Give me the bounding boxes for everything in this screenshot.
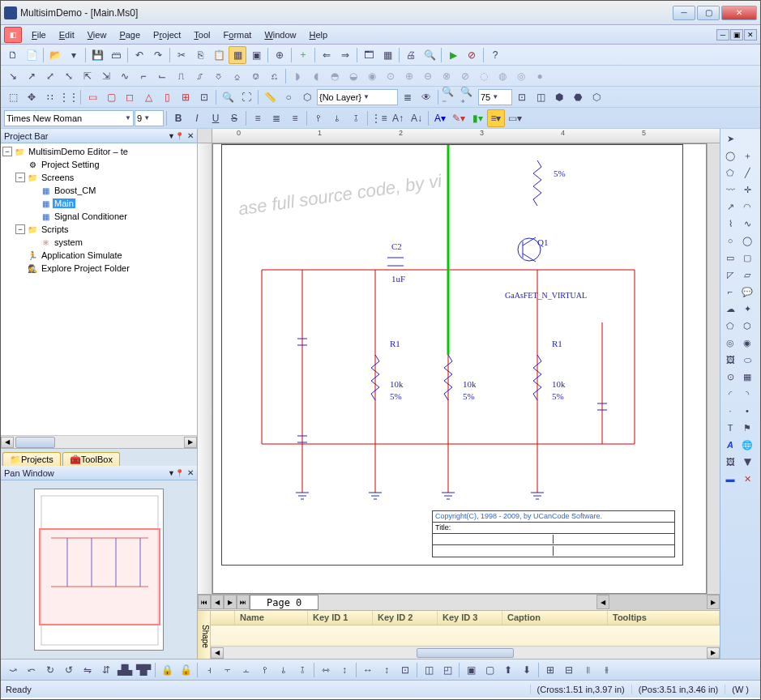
roundrect-tool[interactable]: ▢	[739, 250, 755, 266]
bt-2[interactable]: ⤺	[23, 661, 41, 679]
graphic-tool[interactable]: 🖼	[722, 454, 738, 470]
zoom-region-button[interactable]: 🔍	[219, 88, 237, 106]
zoom-sel-button[interactable]: ◫	[532, 88, 549, 106]
bt-spacing-2[interactable]: ⫵	[597, 661, 615, 679]
menu-tool[interactable]: Tool	[187, 28, 216, 41]
donut-tool[interactable]: ⊙	[722, 369, 738, 385]
menu-project[interactable]: Project	[147, 28, 187, 41]
bt-mirror-v[interactable]: ▜▛	[135, 661, 152, 679]
connector-13[interactable]: ⎐	[228, 67, 246, 85]
cut-button[interactable]: ✂	[173, 46, 190, 64]
mdi-close-button[interactable]: ✕	[744, 29, 757, 41]
prop-col-tooltips[interactable]: Tooltips	[608, 611, 720, 625]
save-all-button[interactable]: 🗃	[107, 46, 125, 64]
arc3-tool[interactable]: ◝	[739, 386, 755, 402]
pentagon-tool[interactable]: ⬠	[722, 318, 738, 334]
connector-11[interactable]: ⎎	[190, 67, 208, 85]
prop-col-caption[interactable]: Caption	[502, 611, 608, 625]
layers-button[interactable]: ≣	[399, 88, 417, 106]
new-page-button[interactable]: 📄	[23, 46, 41, 64]
line-tool[interactable]: ╱	[739, 164, 755, 181]
menu-view[interactable]: View	[81, 28, 113, 41]
bt-dist-v[interactable]: ↕	[336, 661, 353, 679]
scroll-thumb[interactable]	[15, 437, 55, 448]
pan-preview[interactable]	[34, 489, 164, 651]
zoom-obj2-button[interactable]: ⬣	[569, 88, 587, 106]
connector-6[interactable]: ⇲	[97, 67, 115, 85]
curve-12[interactable]: ◍	[494, 67, 511, 85]
menu-page[interactable]: Page	[113, 28, 147, 41]
panel-close-icon[interactable]: ✕	[187, 468, 194, 477]
run-button[interactable]: ▶	[444, 46, 462, 64]
tree-expander[interactable]: −	[15, 173, 25, 182]
curve-10[interactable]: ⊘	[456, 67, 474, 85]
tree-horizontal-scrollbar[interactable]: ◀ ▶	[1, 435, 197, 448]
zoom-out-button[interactable]: 🔍⁻	[441, 88, 459, 106]
bracket-tool[interactable]: ⌐	[722, 284, 738, 300]
flag-tool[interactable]: ⚑	[739, 420, 755, 436]
frame-button[interactable]: ⊞	[177, 88, 195, 106]
polygon-tool[interactable]: ⬠	[722, 164, 738, 181]
paste-button[interactable]: 📋	[210, 46, 228, 64]
tab-projects[interactable]: 📁Projects	[2, 452, 61, 466]
eye-button[interactable]: 👁	[417, 88, 435, 106]
chevron-down-icon[interactable]: ⯆	[739, 454, 755, 470]
connector-2[interactable]: ↗	[23, 67, 41, 85]
ruler-horizontal[interactable]: 0 1 2 3 4 5	[212, 129, 720, 143]
diagonal-tool[interactable]: ◸	[722, 267, 738, 283]
bt-flip-h[interactable]: ⇋	[79, 661, 96, 679]
connector-8[interactable]: ⌐	[135, 67, 152, 85]
align-middle-button[interactable]: ⫰	[328, 109, 346, 127]
menu-edit[interactable]: Edit	[53, 28, 81, 41]
connector-12[interactable]: ⎏	[209, 67, 227, 85]
bt-bring-forward[interactable]: ⬆	[499, 661, 517, 679]
align-left-button[interactable]: ≡	[249, 109, 267, 127]
print-preview-button[interactable]: 🔍	[421, 46, 438, 64]
page-next-button[interactable]: ▶	[224, 595, 237, 609]
curve-2[interactable]: ◖	[307, 67, 325, 85]
plus-tool[interactable]: ＋	[739, 147, 755, 164]
undo-button[interactable]: ↶	[130, 46, 148, 64]
nav-back-button[interactable]: ⇐	[318, 46, 336, 64]
zoom-fit-button[interactable]: ⊡	[513, 88, 531, 106]
image-tool[interactable]: 🖼	[722, 352, 738, 368]
prop-col-keyid2[interactable]: Key ID 2	[373, 611, 438, 625]
print-button[interactable]: 🖨	[402, 46, 420, 64]
insert-button[interactable]: ⊕	[271, 46, 289, 64]
bt-bring-front[interactable]: ▣	[462, 661, 480, 679]
pan-window-body[interactable]	[1, 480, 197, 659]
ellipse-tool[interactable]: ○	[722, 233, 738, 249]
tree-expander[interactable]: −	[2, 147, 12, 156]
select-mode-button[interactable]: ⬚	[4, 88, 22, 106]
open-drop-button[interactable]: ▾	[65, 46, 83, 64]
pin-icon[interactable]: ▼📍	[168, 469, 184, 477]
align-top-button[interactable]: ⫯	[310, 109, 327, 127]
hscroll-left-button[interactable]: ◀	[596, 595, 609, 609]
rect-button[interactable]: ▭	[83, 88, 101, 106]
bt-same-height[interactable]: ↕	[378, 661, 395, 679]
curve-1[interactable]: ◗	[289, 67, 306, 85]
curve-8[interactable]: ⊖	[419, 67, 437, 85]
bt-flip-v[interactable]: ⇵	[97, 661, 115, 679]
bt-same-size[interactable]: ⊡	[396, 661, 414, 679]
rect4-button[interactable]: ▯	[158, 88, 176, 106]
vertical-scrollbar[interactable]	[707, 143, 720, 594]
oval-tool[interactable]: ⬭	[739, 352, 755, 368]
bt-mirror-h[interactable]: ▟▙	[116, 661, 134, 679]
pointer-tool[interactable]: ➤	[722, 130, 738, 147]
hscroll-right-button[interactable]: ▶	[707, 595, 720, 609]
ring-tool[interactable]: ◎	[722, 335, 738, 351]
bt-align-left[interactable]: ⫞	[200, 661, 218, 679]
bt-rotate-cw[interactable]: ↻	[41, 661, 59, 679]
tab-toolbox[interactable]: 🧰ToolBox	[62, 452, 120, 466]
align-bottom-button[interactable]: ⫱	[347, 109, 365, 127]
pin-icon[interactable]: ▼📍	[168, 132, 184, 140]
scroll-left-icon[interactable]: ◀	[1, 437, 14, 448]
font-inc-button[interactable]: A↑	[389, 109, 407, 127]
nav-fwd-button[interactable]: ⇒	[336, 46, 354, 64]
curve-14[interactable]: ●	[531, 67, 549, 85]
bt-ungroup[interactable]: ◰	[438, 661, 456, 679]
pan-mode-button[interactable]: ✥	[23, 88, 41, 106]
star-tool[interactable]: ✦	[739, 301, 755, 317]
schematic-drawing[interactable]: ase full source code, by vi	[213, 144, 691, 574]
